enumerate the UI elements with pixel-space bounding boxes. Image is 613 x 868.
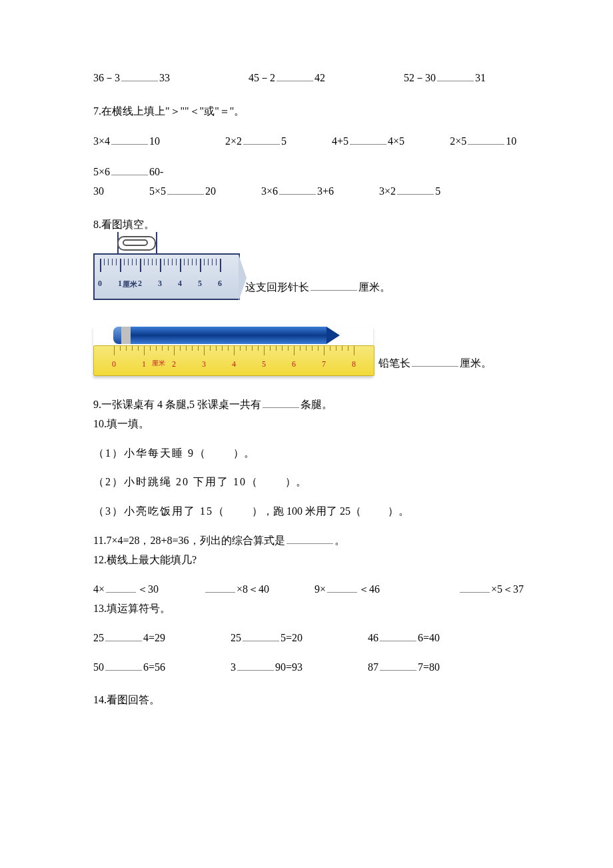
post: ＜46	[358, 583, 380, 595]
paperclip-ruler-figure: 0123456厘米 这支回形针长厘米。	[93, 253, 533, 300]
rhs: 3+6	[317, 185, 334, 197]
fill-blank[interactable]	[287, 533, 333, 544]
lhs: 87	[368, 661, 378, 673]
q13-row1: 254=29 255=20 466=40	[93, 629, 533, 647]
fill-blank[interactable]	[380, 659, 416, 671]
rhs: 4×5	[388, 135, 404, 147]
fill-blank[interactable]	[167, 183, 204, 195]
rhs: 5	[435, 185, 440, 197]
q6-item-3: 52－3031	[404, 69, 486, 87]
fill-blank[interactable]	[397, 183, 434, 195]
fill-blank[interactable]	[243, 630, 279, 641]
fill-blank[interactable]	[380, 630, 416, 641]
fill-blank[interactable]	[121, 70, 158, 81]
q7-item: 5×660-	[93, 163, 163, 181]
cont: 30	[93, 185, 104, 197]
q13-item: 877=80	[368, 659, 440, 676]
fill-blank[interactable]	[106, 581, 136, 593]
fill-blank[interactable]	[205, 581, 235, 593]
fill-blank[interactable]	[105, 659, 142, 671]
pre: 4×	[93, 583, 105, 595]
rhs: 6=40	[418, 632, 440, 643]
text: （2）小时跳绳 20 下用了 10（	[93, 476, 259, 487]
expr: 36－3	[93, 72, 120, 83]
lhs: 3	[231, 661, 236, 673]
fill-blank[interactable]	[243, 133, 280, 145]
q9-tail: 条腿。	[301, 399, 332, 410]
lhs: 5×6	[93, 166, 110, 177]
q6-row: 36－333 45－242 52－3031	[93, 69, 533, 87]
q13-title: 13.填运算符号。	[93, 600, 533, 617]
fill-blank[interactable]	[310, 279, 357, 291]
lhs: 3×4	[93, 135, 110, 147]
q13-item: 506=56	[93, 659, 165, 676]
q7-row1: 3×410 2×25 4+54×5 2×510	[93, 133, 533, 150]
rhs: 5=20	[281, 632, 303, 643]
lhs: 25	[231, 632, 241, 643]
q9-text: 9.一张课桌有 4 条腿,5 张课桌一共有	[93, 399, 261, 410]
ruler-wedge	[239, 255, 247, 301]
fill-blank[interactable]	[111, 164, 148, 175]
fill-blank[interactable]	[350, 133, 386, 145]
caption-unit: 厘米。	[460, 357, 492, 369]
fill-blank[interactable]	[105, 630, 142, 641]
lhs: 25	[93, 632, 104, 643]
rhs: 10	[506, 135, 516, 147]
caption-unit: 厘米。	[358, 281, 390, 293]
q12-row: 4×＜30 ×8＜40 9×＜46 ×5＜37	[93, 581, 533, 598]
text: （3）小亮吃饭用了 15（	[93, 505, 225, 517]
rhs: 4=29	[143, 632, 165, 643]
paperclip-caption: 这支回形针长厘米。	[245, 279, 390, 300]
lhs: 2×5	[450, 135, 466, 147]
rhs: 5	[281, 135, 287, 147]
fill-blank[interactable]	[111, 133, 148, 145]
q12-item: 4×＜30	[93, 581, 159, 598]
post: ＜30	[137, 583, 159, 595]
rhs: 7=80	[418, 661, 440, 673]
q9: 9.一张课桌有 4 条腿,5 张课桌一共有条腿。	[93, 396, 533, 413]
ruler-2: 012345678厘米	[93, 345, 374, 376]
q8-title: 8.看图填空。	[93, 216, 533, 233]
post: ×8＜40	[237, 583, 269, 595]
fill-blank[interactable]	[277, 70, 313, 81]
expr: 52－30	[404, 72, 436, 83]
ruler-ticks: 0123456厘米	[95, 259, 239, 295]
rhs: 90=93	[275, 661, 303, 673]
q7-item: 5×520	[149, 183, 216, 200]
q11-tail: 。	[334, 535, 345, 546]
q7-row2a: 5×660-	[93, 163, 533, 181]
post: ×5＜37	[491, 583, 524, 595]
rhs: 31	[475, 72, 486, 83]
q11: 11.7×4=28，28+8=36，列出的综合算式是。	[93, 532, 533, 549]
pencil-ruler-figure: 012345678厘米 铅笔长厘米。	[93, 327, 533, 376]
fill-blank[interactable]	[437, 70, 474, 81]
q7-item: 2×25	[225, 133, 287, 150]
q6-item-1: 36－333	[93, 69, 170, 87]
rhs: 10	[149, 135, 160, 147]
expr: 45－2	[249, 72, 275, 83]
fill-blank[interactable]	[460, 581, 490, 593]
pre: 9×	[314, 583, 326, 595]
q11-text: 11.7×4=28，28+8=36，列出的综合算式是	[93, 535, 285, 546]
q12-item: ×8＜40	[204, 581, 269, 598]
q14-title: 14.看图回答。	[93, 691, 533, 709]
fill-blank[interactable]	[263, 397, 299, 408]
fill-blank[interactable]	[279, 183, 316, 195]
fill-blank[interactable]	[412, 355, 458, 367]
lhs: 3×2	[379, 185, 396, 197]
fill-blank[interactable]	[468, 133, 504, 145]
q10-item-1: （1）小华每天睡 9（）。	[93, 445, 533, 462]
q7-item: 3×25	[379, 183, 440, 200]
fill-blank[interactable]	[327, 581, 357, 593]
q7-item: 3×410	[93, 133, 160, 150]
text: （1）小华每天睡 9（	[93, 447, 207, 459]
q13-item: 255=20	[231, 629, 303, 647]
pencil-caption: 铅笔长厘米。	[378, 355, 492, 376]
text: ），跑 100 米用了 25（	[252, 505, 361, 517]
q6-item-2: 45－242	[249, 69, 325, 87]
rhs: 42	[314, 72, 325, 83]
lhs: 2×2	[225, 135, 242, 147]
fill-blank[interactable]	[237, 659, 274, 671]
lhs: 4+5	[332, 135, 348, 147]
text: ）。	[233, 447, 255, 459]
